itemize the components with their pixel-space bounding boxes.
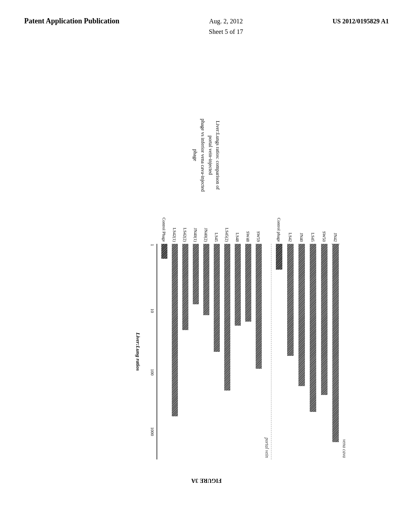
bar-track-sw59 xyxy=(255,244,262,459)
section-label-portal-vein: portal vein xyxy=(264,197,270,459)
bar-fill-sw48 xyxy=(245,244,251,322)
bar-label-jn42: JN42 xyxy=(334,197,338,244)
pub-date: Aug. 2, 2012 xyxy=(209,16,243,27)
bar-row-ls45-vc: LS45 xyxy=(308,197,318,459)
bar-fill-jn40-1 xyxy=(193,244,199,304)
bar-row-jn40-2: JN40(2) xyxy=(201,197,211,459)
bar-label-ls45-vc: LS45 xyxy=(311,197,315,244)
y-axis-title-line1: Liver:Lungs ratios: comparison of portal… xyxy=(206,116,222,194)
patent-app-pub-text: Patent Application Publication xyxy=(24,17,119,25)
rotated-chart-wrapper: Liver:Lungs ratios: comparison of portal… xyxy=(49,105,364,468)
header-center-info: Aug. 2, 2012 Sheet 5 of 17 xyxy=(209,16,243,37)
patent-number-text: US 2012/0195829 A1 xyxy=(332,18,389,25)
bar-label-sw59: SW59 xyxy=(257,197,261,244)
bar-row-ls42-2: LS42(2) xyxy=(180,197,190,459)
bar-track-sw50 xyxy=(320,244,328,459)
x-tick-10: 10 xyxy=(150,309,155,313)
chart-rotated: Liver:Lungs ratios: comparison of portal… xyxy=(65,113,348,459)
bar-row-jn42: JN42 xyxy=(330,197,341,459)
bar-label-control-pv: Control Phage xyxy=(162,197,167,244)
bar-row-ls42-vc: LS42 xyxy=(285,197,296,459)
bar-row-jn40-1: JN40(1) xyxy=(191,197,200,459)
bar-fill-sw59 xyxy=(256,244,262,369)
bar-row-sw59: SW59 xyxy=(254,197,263,459)
bar-label-ls48: LS48 xyxy=(236,197,240,244)
bar-label-ls45-2: LS45(2) xyxy=(225,197,229,244)
bar-label-jn40-2: JN40(2) xyxy=(204,197,209,244)
sheet-info: Sheet 5 of 17 xyxy=(209,27,243,37)
bar-label-control-vc: Control phage xyxy=(277,197,282,244)
figure-container: Liver:Lungs ratios: comparison of portal… xyxy=(0,56,413,516)
bar-fill-ls42-vc xyxy=(287,244,294,356)
x-axis-title: Liver:Lung ratios xyxy=(135,197,141,459)
bar-row-sw50: SW50 xyxy=(319,197,330,459)
bar-fill-jn42 xyxy=(332,244,339,442)
bar-track-ls45-pv xyxy=(213,244,220,459)
bar-label-jn40-vc: JN40 xyxy=(300,197,304,244)
bar-row-control-pv: Control Phage xyxy=(159,197,169,459)
bar-track-ls48 xyxy=(234,244,241,459)
bar-row-sw48: SW48 xyxy=(243,197,253,459)
x-axis-line xyxy=(156,244,157,459)
bar-row-ls45-2: LS45(2) xyxy=(222,197,232,459)
x-axis-ticks: 1 10 100 1000 xyxy=(143,244,155,459)
bar-fill-ls42-1 xyxy=(172,244,178,416)
bar-row-ls45-pv: LS45 xyxy=(212,197,221,459)
bar-track-ls45-vc xyxy=(309,244,317,459)
bar-track-control-pv xyxy=(161,244,168,459)
bar-row-ls42-1: LS42(1) xyxy=(170,197,179,459)
chart-inner: Liver:Lungs ratios: comparison of portal… xyxy=(65,113,348,459)
bar-fill-jn40-vc xyxy=(298,244,305,386)
y-axis-title-line2: phage vs inferior vena cava-injected pha… xyxy=(192,116,207,194)
section-divider xyxy=(271,244,271,459)
bar-fill-ls45-pv xyxy=(214,244,220,352)
chart-plot-area: vena cava JN42 SW50 xyxy=(65,197,348,459)
x-axis-title-text: Liver:Lung ratios xyxy=(135,332,141,371)
x-tick-1: 1 xyxy=(150,244,155,246)
bar-track-control-vc xyxy=(275,244,283,459)
bar-fill-ls45-vc xyxy=(310,244,316,412)
bar-fill-ls45-2 xyxy=(224,244,230,391)
bar-fill-ls48 xyxy=(235,244,241,326)
bar-fill-control-pv xyxy=(161,244,167,259)
bar-track-ls42-1 xyxy=(171,244,178,459)
bar-fill-sw50 xyxy=(321,244,327,395)
bar-track-ls42-2 xyxy=(181,244,189,459)
bar-label-jn40-1: JN40(1) xyxy=(194,197,198,244)
x-tick-100: 100 xyxy=(150,369,155,376)
bar-track-jn40-vc xyxy=(298,244,306,459)
y-axis-label-area: Liver:Lungs ratios: comparison of portal… xyxy=(65,113,348,197)
publication-label: Patent Application Publication xyxy=(24,16,119,26)
bar-label-ls45-pv: LS45 xyxy=(215,197,219,244)
patent-number: US 2012/0195829 A1 xyxy=(332,16,389,27)
bar-track-jn40-2 xyxy=(202,244,210,459)
bar-label-ls42-2: LS42(2) xyxy=(183,197,188,244)
bar-track-ls42-vc xyxy=(286,244,294,459)
bar-fill-ls42-2 xyxy=(182,244,188,330)
bar-track-jn42 xyxy=(332,244,340,459)
figure-label: FIGURE 3A xyxy=(191,477,221,484)
bar-fill-control-vc xyxy=(276,244,282,270)
bar-track-ls45-2 xyxy=(223,244,231,459)
bar-label-ls42-vc: LS42 xyxy=(288,197,293,244)
bar-row-jn40-vc: JN40 xyxy=(296,197,307,459)
bar-row-control-vc: Control phage xyxy=(274,197,284,459)
bar-label-sw48: SW48 xyxy=(246,197,250,244)
header: Patent Application Publication Aug. 2, 2… xyxy=(0,0,413,45)
x-tick-1000: 1000 xyxy=(150,427,155,436)
bar-track-sw48 xyxy=(244,244,252,459)
section-label-vena-cava: vena cava xyxy=(341,197,348,459)
bar-row-ls48: LS48 xyxy=(233,197,242,459)
figure-label-text: FIGURE 3A xyxy=(191,478,221,484)
bar-label-sw50: SW50 xyxy=(322,197,327,244)
bar-label-ls42-1: LS42(1) xyxy=(173,197,177,244)
bar-fill-jn40-2 xyxy=(203,244,209,315)
bar-track-jn40-1 xyxy=(192,244,199,459)
page: Patent Application Publication Aug. 2, 2… xyxy=(0,0,413,532)
